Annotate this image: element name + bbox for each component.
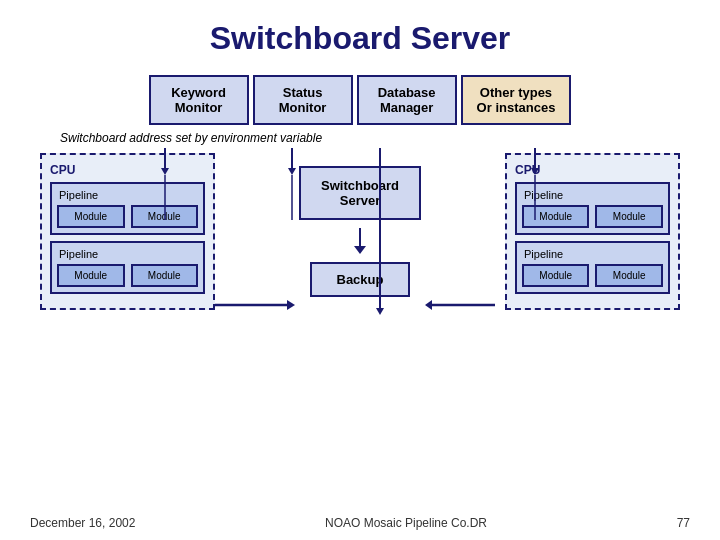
switchboard-server-box: SwitchboardServer bbox=[299, 166, 421, 220]
left-module-1b: Module bbox=[131, 205, 199, 228]
database-manager-box: DatabaseManager bbox=[357, 75, 457, 125]
right-module-row-2: Module Module bbox=[522, 264, 663, 287]
right-module-2b: Module bbox=[595, 264, 663, 287]
keyword-monitor-box: KeywordMonitor bbox=[149, 75, 249, 125]
right-cpu-box: CPU Pipeline Module Module Pipeline Modu… bbox=[505, 153, 680, 310]
right-cpu-label: CPU bbox=[515, 163, 670, 177]
left-cpu-label: CPU bbox=[50, 163, 205, 177]
subtitle: Switchboard address set by environment v… bbox=[60, 131, 690, 145]
right-pipeline-1-label: Pipeline bbox=[522, 189, 663, 201]
backup-box: Backup bbox=[310, 262, 410, 297]
left-pipeline-2-label: Pipeline bbox=[57, 248, 198, 260]
footer: December 16, 2002 NOAO Mosaic Pipeline C… bbox=[0, 516, 720, 530]
left-pipeline-1: Pipeline Module Module bbox=[50, 182, 205, 235]
right-module-1a: Module bbox=[522, 205, 590, 228]
left-module-2b: Module bbox=[131, 264, 199, 287]
center-area: SwitchboardServer Backup bbox=[299, 166, 421, 297]
right-module-2a: Module bbox=[522, 264, 590, 287]
left-module-2a: Module bbox=[57, 264, 125, 287]
left-pipeline-1-label: Pipeline bbox=[57, 189, 198, 201]
footer-date: December 16, 2002 bbox=[30, 516, 135, 530]
backup-label: Backup bbox=[337, 272, 384, 287]
right-pipeline-2-label: Pipeline bbox=[522, 248, 663, 260]
status-monitor-label: StatusMonitor bbox=[279, 85, 327, 115]
database-manager-label: DatabaseManager bbox=[378, 85, 436, 115]
other-types-box: Other typesOr instances bbox=[461, 75, 572, 125]
left-pipeline-2: Pipeline Module Module bbox=[50, 241, 205, 294]
left-cpu-box: CPU Pipeline Module Module Pipeline Modu… bbox=[40, 153, 215, 310]
footer-title: NOAO Mosaic Pipeline Co.DR bbox=[325, 516, 487, 530]
right-pipeline-1: Pipeline Module Module bbox=[515, 182, 670, 235]
footer-page: 77 bbox=[677, 516, 690, 530]
keyword-monitor-label: KeywordMonitor bbox=[171, 85, 226, 115]
left-module-row-2: Module Module bbox=[57, 264, 198, 287]
right-pipeline-2: Pipeline Module Module bbox=[515, 241, 670, 294]
other-types-label: Other typesOr instances bbox=[477, 85, 556, 115]
status-monitor-box: StatusMonitor bbox=[253, 75, 353, 125]
slide: Switchboard Server KeywordMonitor Status… bbox=[0, 0, 720, 540]
right-module-row-1: Module Module bbox=[522, 205, 663, 228]
left-module-1a: Module bbox=[57, 205, 125, 228]
main-area: CPU Pipeline Module Module Pipeline Modu… bbox=[30, 153, 690, 310]
left-module-row-1: Module Module bbox=[57, 205, 198, 228]
right-module-1b: Module bbox=[595, 205, 663, 228]
slide-title: Switchboard Server bbox=[30, 20, 690, 57]
